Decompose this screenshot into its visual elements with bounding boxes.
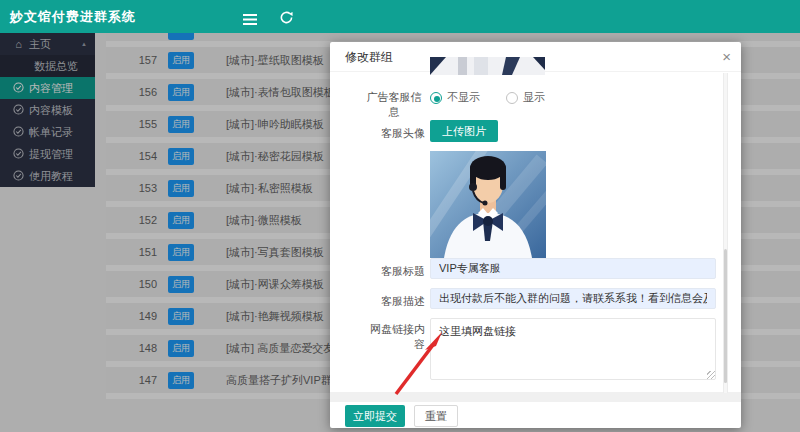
service-desc-label: 客服描述 <box>363 294 425 309</box>
ad-info-radio-group: 不显示 显示 <box>430 90 545 105</box>
scrollbar-thumb[interactable] <box>724 249 727 383</box>
ad-info-label: 广告客服信息 <box>363 90 425 120</box>
service-title-label: 客服标题 <box>363 264 425 279</box>
service-title-input[interactable] <box>430 258 716 279</box>
radio-show-label: 显示 <box>523 90 545 105</box>
submit-button[interactable]: 立即提交 <box>345 405 405 427</box>
modal-scrollbar[interactable] <box>723 73 728 393</box>
service-desc-input[interactable] <box>430 288 716 309</box>
app-window: 妙文馆付费进群系统 ⌂主页 ▲ 数据总览 内容管理 内容模板 帐单记录 提现管理… <box>0 0 800 432</box>
radio-show[interactable] <box>506 92 518 104</box>
resize-grip-icon[interactable] <box>707 371 715 379</box>
edit-group-modal: 修改群组 × 广告客服信息 不显示 显示 客服头像 上传图片 <box>330 42 741 428</box>
customer-service-photo <box>430 151 546 258</box>
red-annotation-arrow <box>388 326 450 404</box>
close-icon[interactable]: × <box>722 48 731 66</box>
cropped-photo-top <box>430 57 545 75</box>
radio-hide-label: 不显示 <box>447 90 480 105</box>
app-title: 妙文馆付费进群系统 <box>10 0 136 33</box>
refresh-icon[interactable] <box>280 10 293 28</box>
upload-image-button[interactable]: 上传图片 <box>430 120 498 142</box>
modal-footer: 立即提交 重置 <box>345 405 458 427</box>
netdisk-link-textarea[interactable]: 这里填网盘链接 <box>430 318 716 380</box>
radio-hide-selected[interactable] <box>430 92 442 104</box>
hamburger-menu-icon[interactable] <box>243 11 257 29</box>
modal-title: 修改群组 <box>345 42 393 72</box>
app-header: 妙文馆付费进群系统 <box>0 0 800 33</box>
reset-button[interactable]: 重置 <box>414 405 458 427</box>
avatar-label: 客服头像 <box>363 126 425 141</box>
